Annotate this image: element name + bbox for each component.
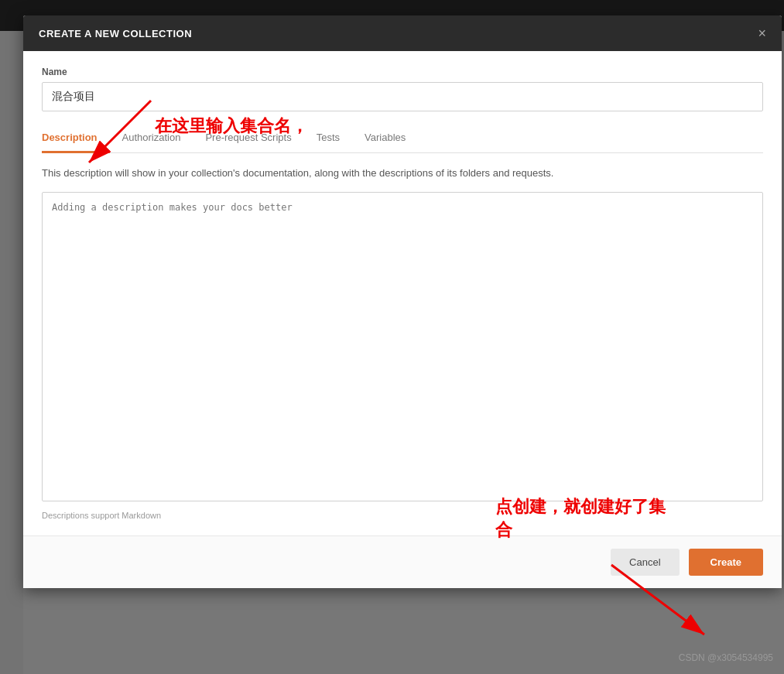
tabs-container: Description Authorization Pre-request Sc… — [42, 125, 763, 153]
modal-title: CREATE A NEW COLLECTION — [39, 28, 192, 39]
modal-footer: Cancel Create — [23, 535, 782, 588]
markdown-note: Descriptions support Markdown — [42, 511, 763, 520]
tab-pre-request-scripts[interactable]: Pre-request Scripts — [193, 125, 303, 153]
tab-description[interactable]: Description — [42, 125, 110, 153]
close-button[interactable]: × — [758, 26, 766, 40]
name-label: Name — [42, 67, 763, 77]
tab-authorization[interactable]: Authorization — [110, 125, 193, 153]
collection-name-input[interactable] — [42, 82, 763, 111]
tab-variables[interactable]: Variables — [352, 125, 418, 153]
modal-dialog: CREATE A NEW COLLECTION × Name Descripti… — [23, 15, 782, 588]
description-textarea[interactable] — [42, 192, 763, 501]
cancel-button[interactable]: Cancel — [611, 549, 679, 576]
modal-header: CREATE A NEW COLLECTION × — [23, 15, 782, 51]
tab-tests[interactable]: Tests — [304, 125, 352, 153]
description-info: This description will show in your colle… — [42, 166, 763, 181]
watermark: CSDN @x3054534995 — [679, 652, 773, 663]
create-button[interactable]: Create — [689, 549, 763, 576]
modal-body: Name Description Authorization Pre-reque… — [23, 51, 782, 535]
